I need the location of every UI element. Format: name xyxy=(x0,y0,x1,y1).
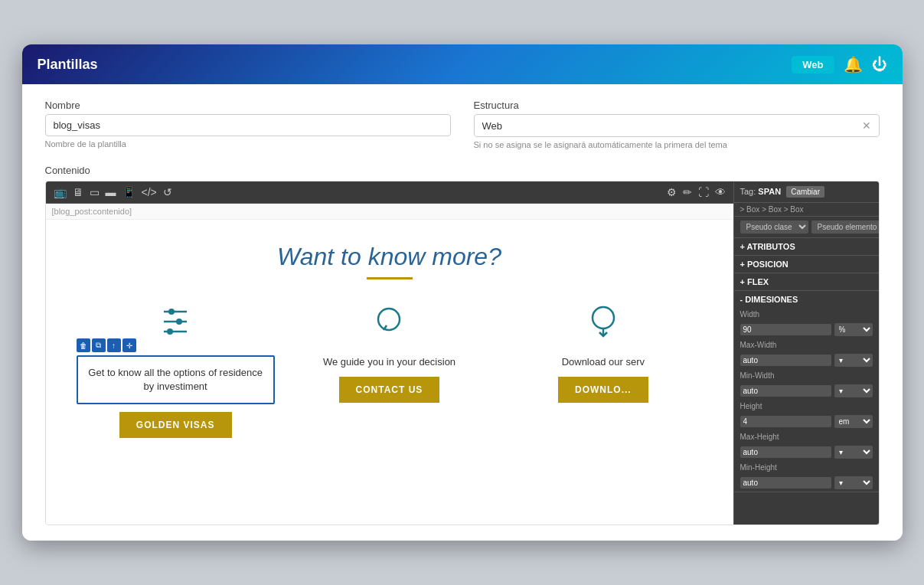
rect-icon[interactable]: ▬ xyxy=(106,186,116,198)
max-width-row: Max-Width xyxy=(734,338,879,351)
expand-icon[interactable]: ⛶ xyxy=(698,186,709,198)
golden-visas-button[interactable]: GOLDEN VISAS xyxy=(119,412,232,438)
atributos-label: + ATRIBUTOS xyxy=(740,242,795,251)
change-tag-button[interactable]: Cambiar xyxy=(786,186,824,198)
width-unit-select[interactable]: % px em rem auto xyxy=(834,323,873,336)
editor-toolbar: 📺 🖥 ▭ ▬ 📱 </> ↺ ⚙ ✏ ⛶ 👁 xyxy=(46,181,733,203)
code-icon[interactable]: </> xyxy=(142,186,157,198)
card-move-btn[interactable]: ✛ xyxy=(122,338,136,352)
section-atributos: + ATRIBUTOS xyxy=(734,238,879,256)
estructura-label: Estructura xyxy=(474,100,880,111)
flex-label: + FLEX xyxy=(740,277,769,286)
card-actions-bar: 🗑 ⧉ ↑ ✛ xyxy=(77,338,136,352)
svg-point-6 xyxy=(378,309,400,330)
min-width-unit-select[interactable]: ▾ xyxy=(834,384,873,397)
dimesiones-header[interactable]: - DIMESIONES xyxy=(734,291,879,308)
width-row: Width xyxy=(734,308,879,321)
max-width-input[interactable] xyxy=(740,355,831,366)
nombre-input[interactable] xyxy=(45,114,451,136)
undo-icon[interactable]: ↺ xyxy=(163,186,172,198)
max-width-label: Max-Width xyxy=(740,341,782,349)
tablet-icon[interactable]: ▭ xyxy=(90,186,100,198)
card-item-contact: We guide you in your decision CONTACT US xyxy=(290,302,488,438)
power-icon[interactable]: ⏻ xyxy=(872,56,887,74)
monitor-icon[interactable]: 🖥 xyxy=(73,186,83,198)
max-width-input-row: ▾ xyxy=(734,351,879,369)
width-input[interactable] xyxy=(740,324,831,335)
main-area: Nombre Nombre de la plantilla Estructura… xyxy=(22,84,903,541)
download-button[interactable]: DOWNLO... xyxy=(558,377,648,403)
card-text-contact: We guide you in your decision xyxy=(323,355,455,369)
tag-name: SPAN xyxy=(758,187,781,196)
web-badge[interactable]: Web xyxy=(792,56,834,74)
cards-row: 🗑 ⧉ ↑ ✛ Get to know all the options of r… xyxy=(77,302,703,438)
width-label: Width xyxy=(740,310,782,319)
min-width-input[interactable] xyxy=(740,385,831,397)
phone-icon[interactable]: 📱 xyxy=(122,186,135,198)
contact-us-button[interactable]: CONTACT US xyxy=(339,377,440,403)
max-width-unit-select[interactable]: ▾ xyxy=(834,354,873,367)
max-height-unit-select[interactable]: ▾ xyxy=(834,446,873,459)
canvas-tag-bar: [blog_post:contenido] xyxy=(46,204,733,220)
atributos-header[interactable]: + ATRIBUTOS xyxy=(734,238,879,255)
svg-point-7 xyxy=(593,307,614,328)
editor-right-panel: Tag: SPAN Cambiar > Box > Box > Box Pseu… xyxy=(733,181,879,525)
height-label: Height xyxy=(740,402,782,410)
device-frame: Plantillas Web 🔔 ⏻ Nombre Nombre de la p… xyxy=(22,44,903,541)
heading-underline xyxy=(367,277,413,279)
form-section: Nombre Nombre de la plantilla Estructura… xyxy=(45,100,880,149)
top-bar-actions: Web 🔔 ⏻ xyxy=(792,55,886,74)
bell-icon[interactable]: 🔔 xyxy=(844,55,863,74)
toolbar-right: ⚙ ✏ ⛶ 👁 xyxy=(667,186,726,198)
min-width-row: Min-Width xyxy=(734,369,879,382)
min-height-input[interactable] xyxy=(740,477,831,489)
estructura-hint: Si no se asigna se le asignará automátic… xyxy=(474,140,880,149)
min-height-input-row: ▾ xyxy=(734,474,879,492)
page-content: Want to know more? xyxy=(46,220,733,461)
estructura-input[interactable] xyxy=(482,120,862,132)
posicion-header[interactable]: + POSICION xyxy=(734,256,879,273)
svg-point-4 xyxy=(176,319,182,325)
top-bar: Plantillas Web 🔔 ⏻ xyxy=(22,44,903,84)
svg-point-5 xyxy=(167,328,173,335)
editor-left: 📺 🖥 ▭ ▬ 📱 </> ↺ ⚙ ✏ ⛶ 👁 xyxy=(46,181,733,525)
min-width-input-row: ▾ xyxy=(734,382,879,400)
card-text-golden[interactable]: Get to know all the options of residence… xyxy=(77,355,275,404)
card-item-golden: 🗑 ⧉ ↑ ✛ Get to know all the options of r… xyxy=(77,302,275,438)
edit-icon[interactable]: ✏ xyxy=(683,186,692,198)
card-item-download: Download our serv DOWNLO... xyxy=(504,302,702,438)
card-icon-chat xyxy=(370,302,408,348)
settings-icon[interactable]: ⚙ xyxy=(667,186,677,198)
card-delete-btn[interactable]: 🗑 xyxy=(77,338,90,352)
height-input[interactable] xyxy=(740,416,831,427)
pseudo-clase-select[interactable]: Pseudo clase xyxy=(740,221,808,234)
view-icon[interactable]: 👁 xyxy=(715,186,726,198)
max-height-label: Max-Height xyxy=(740,433,782,441)
section-posicion: + POSICION xyxy=(734,256,879,273)
card-copy-btn[interactable]: ⧉ xyxy=(92,338,106,352)
section-flex: + FLEX xyxy=(734,273,879,291)
panel-breadcrumb: > Box > Box > Box xyxy=(734,203,879,217)
card-up-btn[interactable]: ↑ xyxy=(107,338,121,352)
nombre-label: Nombre xyxy=(45,100,451,111)
estructura-input-wrapper: ✕ xyxy=(474,114,880,137)
editor-container: 📺 🖥 ▭ ▬ 📱 </> ↺ ⚙ ✏ ⛶ 👁 xyxy=(45,181,880,525)
max-height-row: Max-Height xyxy=(734,430,879,443)
nombre-group: Nombre Nombre de la plantilla xyxy=(45,100,451,149)
pseudo-row: Pseudo clase Pseudo elemento xyxy=(734,217,879,238)
min-height-unit-select[interactable]: ▾ xyxy=(834,476,873,489)
pseudo-elemento-select[interactable]: Pseudo elemento xyxy=(811,221,879,234)
min-height-label: Min-Height xyxy=(740,463,782,472)
max-height-input[interactable] xyxy=(740,446,831,458)
clear-icon[interactable]: ✕ xyxy=(862,119,871,132)
tag-label: Tag: xyxy=(740,187,759,196)
card-selected-wrapper: 🗑 ⧉ ↑ ✛ Get to know all the options of r… xyxy=(77,355,275,404)
flex-header[interactable]: + FLEX xyxy=(734,273,879,290)
height-unit-select[interactable]: em px % auto xyxy=(834,415,873,428)
height-input-row: em px % auto xyxy=(734,413,879,430)
canvas-tag-placeholder: [blog_post:contenido] xyxy=(52,207,132,216)
svg-point-3 xyxy=(168,309,175,315)
tv-icon[interactable]: 📺 xyxy=(54,186,67,198)
width-input-row: % px em rem auto xyxy=(734,321,879,338)
app-title: Plantillas xyxy=(38,57,792,73)
